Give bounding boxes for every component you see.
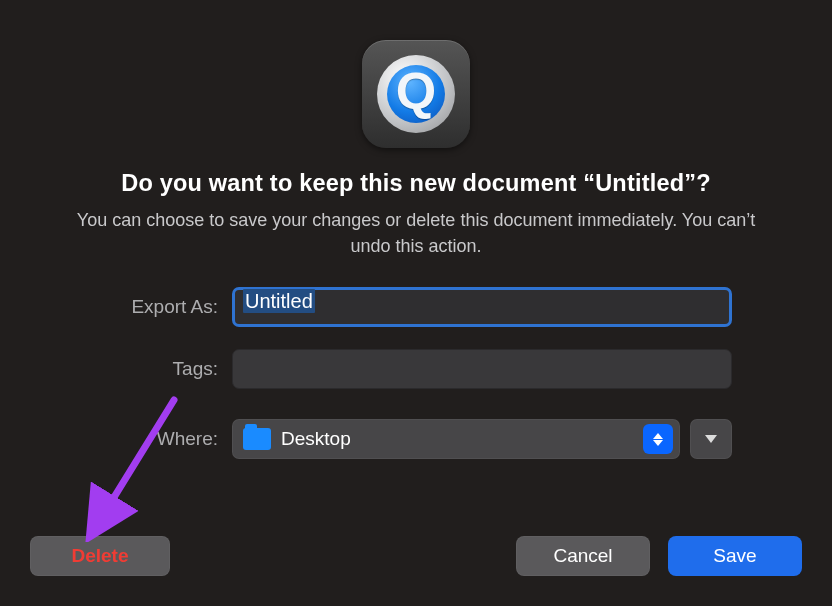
- tags-input[interactable]: [232, 349, 732, 389]
- dialog-button-row: Delete Cancel Save: [30, 536, 802, 576]
- tags-label: Tags:: [82, 358, 232, 380]
- where-select[interactable]: Desktop: [232, 419, 680, 459]
- save-dialog: Q Do you want to keep this new document …: [0, 0, 832, 606]
- cancel-button[interactable]: Cancel: [516, 536, 650, 576]
- save-button[interactable]: Save: [668, 536, 802, 576]
- app-icon-container: Q: [42, 40, 790, 148]
- export-as-label: Export As:: [82, 296, 232, 318]
- where-label: Where:: [82, 428, 232, 450]
- dialog-subtitle: You can choose to save your changes or d…: [42, 207, 790, 259]
- dialog-title: Do you want to keep this new document “U…: [42, 170, 790, 197]
- quicktime-icon-outer: Q: [377, 55, 455, 133]
- expand-location-button[interactable]: [690, 419, 732, 459]
- export-as-input[interactable]: Untitled: [232, 287, 732, 327]
- folder-icon: [243, 428, 271, 450]
- where-selected-value: Desktop: [281, 428, 633, 450]
- quicktime-icon: Q: [362, 40, 470, 148]
- where-stepper-icon: [643, 424, 673, 454]
- delete-button[interactable]: Delete: [30, 536, 170, 576]
- where-row: Where: Desktop: [82, 419, 732, 459]
- export-as-row: Export As: Untitled: [82, 287, 732, 327]
- chevron-down-icon: [705, 435, 717, 443]
- save-form: Export As: Untitled Tags: Where: Desktop: [42, 287, 790, 459]
- export-as-value: Untitled: [243, 289, 315, 313]
- tags-row: Tags:: [82, 349, 732, 389]
- quicktime-q-letter: Q: [396, 65, 436, 117]
